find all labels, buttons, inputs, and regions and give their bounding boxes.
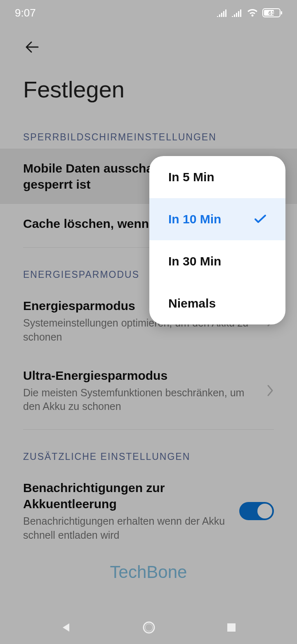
nav-home-icon[interactable]	[142, 621, 156, 634]
nav-back-icon[interactable]	[60, 622, 72, 633]
item-title: Benachrichtigungen zur Akkuentleerung	[23, 480, 231, 512]
dropdown-option[interactable]: In 10 Min	[149, 198, 285, 240]
back-arrow-icon[interactable]	[23, 38, 41, 56]
svg-rect-1	[281, 11, 282, 14]
item-title: Ultra-Energiesparmodus	[23, 367, 258, 384]
svg-rect-5	[227, 623, 236, 632]
section-lockscreen-label: SPERRBILDSCHIRMEINSTELLUNGEN	[0, 107, 297, 149]
check-icon	[254, 214, 266, 224]
battery-level: 61	[269, 10, 274, 16]
item-battery-notify[interactable]: Benachrichtigungen zur Akkuentleerung Be…	[0, 468, 297, 554]
option-label: In 10 Min	[168, 212, 221, 226]
item-subtitle: Benachrichtigungen erhalten wenn der Akk…	[23, 514, 231, 542]
dropdown-popup: In 5 Min In 10 Min In 30 Min Niemals	[149, 156, 285, 324]
status-icons: 61	[217, 8, 282, 18]
item-subtitle: Die meisten Systemfunktionen beschränken…	[23, 386, 258, 414]
wifi-icon	[247, 8, 258, 17]
status-bar: 9:07 61	[0, 0, 297, 26]
battery-icon: 61	[262, 8, 282, 18]
svg-point-4	[145, 624, 153, 631]
signal-icon	[232, 9, 243, 17]
option-label: In 30 Min	[168, 254, 221, 268]
page-title: Festlegen	[0, 58, 297, 107]
watermark: TechBone	[0, 562, 297, 582]
chevron-right-icon	[266, 384, 274, 397]
dropdown-option[interactable]: Niemals	[149, 282, 285, 324]
item-ultra-power-save[interactable]: Ultra-Energiesparmodus Die meisten Syste…	[0, 356, 297, 426]
option-label: In 5 Min	[168, 170, 214, 184]
toggle-switch[interactable]	[239, 502, 274, 520]
status-time: 9:07	[15, 7, 36, 19]
navigation-bar	[0, 611, 297, 644]
option-label: Niemals	[168, 296, 216, 310]
dropdown-option[interactable]: In 30 Min	[149, 240, 285, 282]
dropdown-option[interactable]: In 5 Min	[149, 156, 285, 198]
section-extra-label: ZUSÄTZLICHE EINSTELLUNGEN	[0, 430, 297, 468]
signal-icon	[217, 9, 228, 17]
nav-recent-icon[interactable]	[226, 622, 237, 633]
